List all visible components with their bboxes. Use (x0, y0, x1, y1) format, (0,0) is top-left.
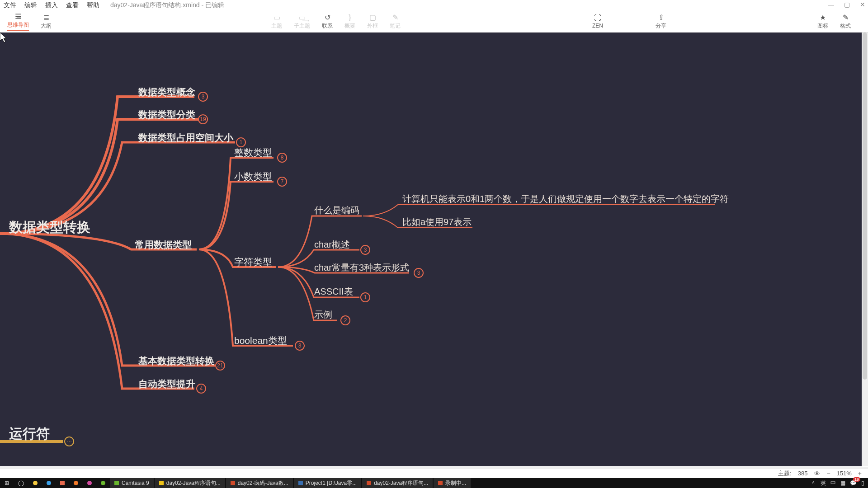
status-bar: 主题: 385 👁 − 151% + (0, 468, 868, 478)
branch-basic-convert-count[interactable]: 21 (215, 361, 225, 371)
tray-network-icon[interactable]: ▦ (840, 480, 845, 486)
branch-size[interactable]: 数据类型占用空间大小 (138, 131, 233, 144)
branch-size-count[interactable]: 1 (236, 137, 246, 147)
char-ascii[interactable]: ASSCII表 (314, 286, 353, 298)
type-boolean-count[interactable]: 3 (295, 341, 305, 351)
branch-concept-count[interactable]: 3 (198, 92, 208, 102)
char-three-forms[interactable]: char常量有3种表示形式 (314, 262, 409, 274)
star-icon: ★ (820, 14, 826, 22)
menu-help[interactable]: 帮助 (87, 1, 99, 9)
encoding-explain-1[interactable]: 计算机只能表示0和1两个数，于是人们做规定使用一个数字去表示一个特定的字符 (402, 193, 729, 205)
branch-common-types[interactable]: 常用数据类型 (135, 239, 192, 251)
branch-auto-promote-count[interactable]: 4 (196, 384, 206, 394)
brush-icon: ✎ (843, 14, 849, 22)
insert-topic-button[interactable]: ▭主题 (271, 14, 282, 30)
insert-frame-button[interactable]: ▢外框 (367, 14, 378, 30)
insert-relation-button[interactable]: ↺联系 (322, 14, 333, 30)
zoom-level[interactable]: 151% (837, 470, 852, 477)
taskbar: ⊞ ◯ Camtasia 9 day02-Java程序语句... day02-疯… (0, 478, 868, 488)
frame-icon: ▢ (369, 14, 376, 22)
char-overview[interactable]: char概述 (314, 239, 350, 251)
branch-basic-convert[interactable]: 基本数据类型转换 (138, 355, 214, 367)
format-button[interactable]: ✎格式 (840, 14, 851, 30)
zoom-in-button[interactable]: + (858, 470, 862, 477)
start-button[interactable]: ⊞ (0, 478, 14, 488)
branch-auto-promote[interactable]: 自动类型提升 (138, 378, 195, 390)
taskbar-app-1[interactable]: day02-Java程序语句... (155, 478, 225, 488)
menu-edit[interactable]: 编辑 (24, 1, 37, 9)
vertical-scrollbar-thumb[interactable] (863, 33, 867, 380)
root-node[interactable]: 数据类型转换 (9, 218, 90, 237)
char-ascii-count[interactable]: 1 (360, 292, 370, 302)
insert-subtopic-button[interactable]: ▭͢子主题 (294, 14, 310, 30)
taskbar-app-0[interactable]: Camtasia 9 (110, 478, 154, 488)
type-integer[interactable]: 整数类型 (234, 146, 272, 159)
menu-view[interactable]: 查看 (66, 1, 79, 9)
mindmap-canvas[interactable]: 数据类型转换 数据类型概念 3 数据类型分类 19 数据类型占用空间大小 1 常… (0, 33, 868, 466)
type-decimal-count[interactable]: 7 (277, 177, 287, 187)
cortana-button[interactable]: ◯ (14, 478, 28, 488)
pinned-app-icon-4[interactable] (96, 478, 110, 488)
maximize-button[interactable]: ▢ (844, 1, 850, 8)
close-button[interactable]: ✕ (860, 1, 865, 8)
char-overview-count[interactable]: 3 (360, 245, 370, 255)
system-tray: ＾ 英 中 ▦ 💬19 ▯ (811, 479, 868, 487)
pinned-chrome-icon[interactable] (28, 478, 42, 488)
summary-icon: } (349, 14, 351, 22)
menu-insert[interactable]: 插入 (45, 1, 58, 9)
view-outline-button[interactable]: ≣ 大纲 (41, 14, 52, 30)
char-example[interactable]: 示例 (314, 309, 332, 321)
type-boolean[interactable]: boolean类型 (234, 334, 287, 347)
toolbar: ☰̶ 思维导图 ≣ 大纲 ▭主题 ▭͢子主题 ↺联系 }概要 ▢外框 ✎笔记 ⛶… (0, 11, 868, 33)
mouse-cursor (0, 33, 7, 42)
taskbar-app-4[interactable]: day02-Java程序语句... (362, 478, 433, 488)
note-icon: ✎ (392, 14, 398, 22)
share-button[interactable]: ⇪分享 (656, 14, 666, 30)
topics-label: 主题: (778, 469, 792, 478)
svg-marker-0 (0, 33, 6, 42)
root-node-operators[interactable]: 运行符 (9, 425, 50, 443)
pinned-firefox-icon[interactable] (69, 478, 83, 488)
branch-classify[interactable]: 数据类型分类 (138, 108, 195, 121)
subtopic-icon: ▭͢ (299, 14, 306, 22)
type-char[interactable]: 字符类型 (234, 256, 272, 268)
zoom-out-button[interactable]: − (826, 470, 830, 477)
char-three-forms-count[interactable]: 3 (414, 268, 424, 278)
root-operators-expand[interactable]: ⋯ (64, 436, 74, 446)
char-example-count[interactable]: 2 (340, 315, 350, 325)
insert-summary-button[interactable]: }概要 (344, 14, 355, 30)
tray-action-center-icon[interactable]: ▯ (861, 480, 864, 486)
pinned-app-icon-1[interactable] (42, 478, 56, 488)
taskbar-app-3[interactable]: Project1 [D:\Java零... (294, 478, 361, 488)
type-decimal[interactable]: 小数类型 (234, 170, 272, 183)
branch-concept[interactable]: 数据类型概念 (138, 86, 195, 99)
type-integer-count[interactable]: 8 (277, 153, 287, 163)
encoding-explain-2[interactable]: 比如a使用97表示 (402, 216, 472, 228)
menu-file[interactable]: 文件 (4, 1, 16, 9)
branch-classify-count[interactable]: 19 (198, 114, 208, 124)
mindmap-icon: ☰̶ (15, 13, 21, 21)
minimize-button[interactable]: — (828, 1, 834, 8)
pinned-app-icon-3[interactable] (83, 478, 96, 488)
iconlib-button[interactable]: ★图标 (817, 14, 828, 30)
insert-note-button[interactable]: ✎笔记 (390, 14, 401, 30)
mindmap-edges (0, 33, 868, 466)
view-mindmap-button[interactable]: ☰̶ 思维导图 (7, 13, 29, 31)
menu-bar: 文件 编辑 插入 查看 帮助 day02-Java程序语句结构.xmind - … (0, 0, 868, 11)
document-title: day02-Java程序语句结构.xmind - 已编辑 (110, 1, 224, 9)
char-what-encoding[interactable]: 什么是编码 (314, 204, 359, 216)
pinned-app-icon-2[interactable] (56, 478, 69, 488)
taskbar-app-5[interactable]: 录制中... (434, 478, 471, 488)
tray-expand-icon[interactable]: ＾ (811, 479, 816, 487)
zen-button[interactable]: ⛶ZEN (592, 14, 603, 29)
ime-indicator-1[interactable]: 英 (821, 479, 826, 487)
taskbar-app-2[interactable]: day02-疯码-Java数... (226, 478, 293, 488)
outline-icon: ≣ (43, 14, 49, 22)
window-controls: — ▢ ✕ (828, 1, 865, 8)
ime-indicator-2[interactable]: 中 (830, 479, 836, 487)
tray-notification-icon[interactable]: 💬19 (850, 480, 857, 486)
vertical-scrollbar[interactable] (862, 33, 868, 466)
zen-icon: ⛶ (594, 14, 601, 22)
eye-icon[interactable]: 👁 (814, 470, 820, 477)
relation-icon: ↺ (325, 14, 330, 22)
